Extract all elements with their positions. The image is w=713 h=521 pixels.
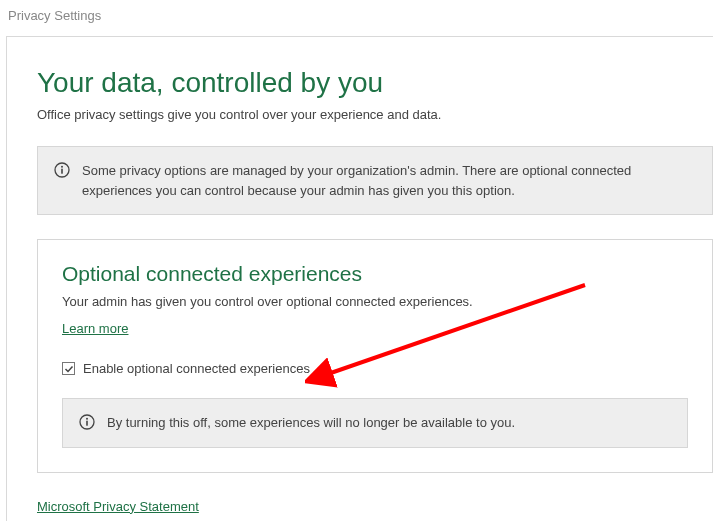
turn-off-info-banner: By turning this off, some experiences wi… bbox=[62, 398, 688, 448]
optional-experiences-section: Optional connected experiences Your admi… bbox=[37, 239, 713, 473]
section-description: Your admin has given you control over op… bbox=[62, 294, 688, 309]
enable-optional-checkbox-row[interactable]: Enable optional connected experiences bbox=[62, 361, 688, 376]
page-heading: Your data, controlled by you bbox=[37, 67, 713, 99]
admin-info-text: Some privacy options are managed by your… bbox=[82, 161, 696, 200]
svg-point-4 bbox=[86, 418, 88, 420]
info-icon bbox=[79, 414, 95, 430]
learn-more-link[interactable]: Learn more bbox=[62, 321, 128, 336]
settings-panel: Your data, controlled by you Office priv… bbox=[6, 36, 713, 521]
enable-optional-checkbox-label: Enable optional connected experiences bbox=[83, 361, 310, 376]
svg-rect-5 bbox=[86, 421, 88, 426]
page-subtext: Office privacy settings give you control… bbox=[37, 107, 713, 122]
enable-optional-checkbox[interactable] bbox=[62, 362, 75, 375]
turn-off-info-text: By turning this off, some experiences wi… bbox=[107, 413, 515, 433]
admin-info-banner: Some privacy options are managed by your… bbox=[37, 146, 713, 215]
svg-point-1 bbox=[61, 166, 63, 168]
privacy-statement-link[interactable]: Microsoft Privacy Statement bbox=[37, 499, 199, 514]
svg-rect-2 bbox=[61, 169, 63, 174]
window-title: Privacy Settings bbox=[0, 0, 713, 31]
section-heading: Optional connected experiences bbox=[62, 262, 688, 286]
info-icon bbox=[54, 162, 70, 178]
